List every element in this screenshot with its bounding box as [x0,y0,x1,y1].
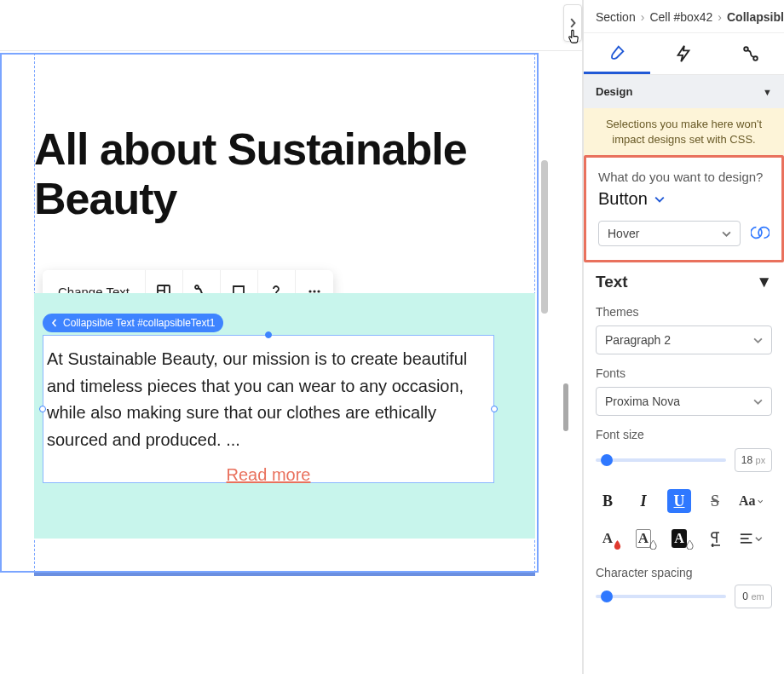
element-tag-label: Collapsible Text #collapsibleText1 [63,317,216,329]
slider-thumb[interactable] [601,590,613,602]
fontsize-label: Font size [584,421,784,445]
design-section-header[interactable]: Design ▼ [584,75,784,108]
brush-icon [608,43,626,62]
align-button[interactable] [739,528,763,549]
caret-down-icon: ▼ [763,87,772,97]
read-more-link[interactable]: Read more [227,465,311,484]
breadcrumb-current: Collapsible [727,10,784,24]
text-section-header[interactable]: Text ▼ [584,262,784,298]
page-title: All about Sustainable Beauty [34,124,582,223]
breadcrumb-cell[interactable]: Cell #box42 [649,10,712,24]
text-highlight-fill-button[interactable]: A [667,528,691,549]
handle-top[interactable] [265,331,272,338]
case-label: Aa [739,493,756,509]
state-select[interactable]: Hover [598,221,741,246]
char-spacing-label: Character spacing [584,554,784,581]
css-warning: Selections you make here won't impact de… [584,108,784,155]
chevron-down-icon [753,336,763,345]
text-color-button[interactable]: A [596,528,620,549]
text-frame[interactable]: At Sustainable Beauty, our mission is to… [43,335,494,483]
themes-value: Paragraph 2 [605,333,671,347]
fontsize-value: 18 [741,454,752,466]
canvas-column: All about Sustainable Beauty Change Text… [0,0,583,674]
lightning-icon [674,44,693,63]
chevron-left-icon [50,319,59,327]
design-panel: Section › Cell #box42 › Collapsible Desi… [583,0,784,674]
fontsize-unit: px [756,455,766,465]
chevron-down-icon [753,397,763,406]
element-tag[interactable]: Collapsible Text #collapsibleText1 [43,314,223,332]
strike-button[interactable]: S [703,489,727,513]
flow-icon [741,44,760,63]
tab-design[interactable] [584,33,650,74]
themes-label: Themes [584,298,784,322]
svg-point-9 [744,47,748,51]
text-section-label: Text [596,273,628,291]
char-spacing-value: 0 [742,590,748,602]
italic-button[interactable]: I [631,489,655,513]
apply-states-icon[interactable] [751,224,770,244]
drop-icon [614,540,621,550]
svg-point-10 [753,56,758,60]
state-value: Hover [608,227,639,240]
breadcrumb-section[interactable]: Section [596,10,636,24]
design-section-label: Design [596,85,632,98]
fonts-label: Fonts [584,360,784,383]
panel-tabs [584,33,784,75]
format-row: B I U S Aa [584,477,784,518]
tab-interactions[interactable] [650,33,717,74]
chevron-down-icon [654,194,665,205]
body-text[interactable]: At Sustainable Beauty, our mission is to… [43,336,493,460]
tab-animation[interactable] [718,33,784,74]
case-button[interactable]: Aa [739,489,763,513]
text-highlight-outline-button[interactable]: A [631,528,655,549]
gutter-scrollbar[interactable] [563,383,568,431]
bold-button[interactable]: B [596,489,620,513]
drop-icon [686,540,694,550]
breadcrumb: Section › Cell #box42 › Collapsible [584,0,784,33]
chevron-right-icon [568,18,578,28]
canvas-top-bar [0,0,582,51]
design-question: What do you want to design? [598,170,770,184]
chevron-right-icon: › [718,10,722,24]
design-target-value: Button [598,189,648,209]
fontsize-slider[interactable] [596,458,726,462]
char-spacing-input[interactable]: 0 em [735,585,772,608]
underline-button[interactable]: U [667,489,691,513]
canvas-scrollbar[interactable] [541,160,548,314]
cursor-pointer-icon [566,29,581,48]
text-direction-button[interactable] [703,528,727,549]
drop-icon [649,540,657,550]
design-target-box: What do you want to design? Button Hover [584,155,784,262]
svg-point-3 [195,285,199,289]
char-spacing-slider[interactable] [596,595,726,598]
chevron-down-icon [758,498,763,505]
color-row: A A A [584,518,784,554]
handle-left[interactable] [39,406,46,412]
chevron-right-icon: › [641,10,645,24]
fonts-value: Proxima Nova [605,395,680,408]
handle-right[interactable] [491,406,498,412]
slider-thumb[interactable] [601,454,613,466]
fontsize-input[interactable]: 18 px [735,448,772,472]
section-bottom-bar [34,573,535,576]
chevron-down-icon [722,229,731,239]
themes-select[interactable]: Paragraph 2 [596,325,772,354]
design-target-select[interactable]: Button [598,189,770,209]
chevron-down-icon [755,535,763,543]
char-spacing-unit: em [751,591,764,602]
caret-down-icon: ▼ [756,273,772,291]
fonts-select[interactable]: Proxima Nova [596,387,772,416]
read-more-row: Read more [43,465,493,485]
